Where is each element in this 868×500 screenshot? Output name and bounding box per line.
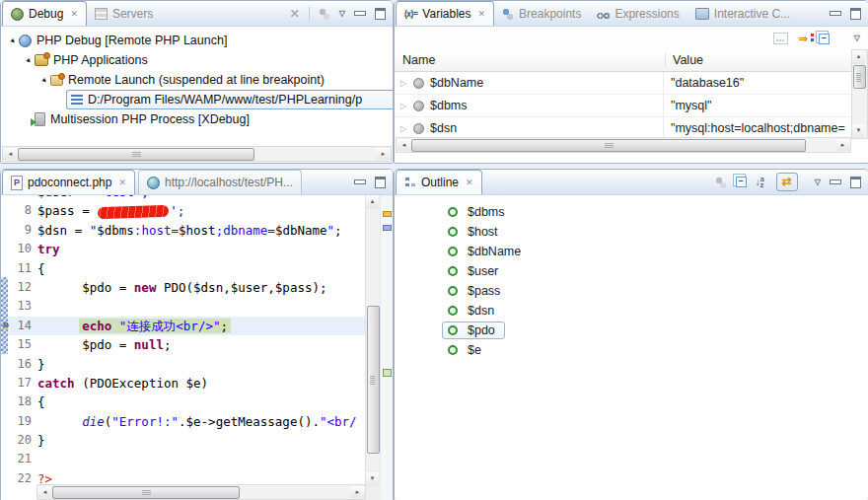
outline-item[interactable]: $pass	[395, 281, 868, 301]
editor-body[interactable]: 7$user = 'test';8$pass = ';9$dsn = "$dbm…	[1, 195, 393, 500]
editor-hscroll-thumb[interactable]	[52, 486, 240, 499]
close-tab-icon[interactable]: ✕	[478, 9, 486, 19]
focus-icon[interactable]	[715, 177, 727, 188]
overview-mark-annotation[interactable]	[383, 225, 392, 231]
scroll-up-icon[interactable]: ▲	[852, 50, 865, 64]
expanded-arrow-icon[interactable]: ▼	[6, 34, 19, 46]
expanded-arrow-icon[interactable]: ▼	[37, 73, 50, 86]
column-value[interactable]: Value	[666, 53, 853, 67]
collapsed-arrow-icon[interactable]: ▷	[400, 124, 413, 133]
tab-outline[interactable]: Outline ✕	[396, 170, 482, 194]
code-line[interactable]: 20}	[1, 431, 366, 450]
code-line[interactable]: 9$dsn = "$dbms:host=$host;dbname=$dbName…	[1, 221, 366, 240]
tab-variables[interactable]: (x)= Variables ✕	[396, 1, 494, 26]
debug-hscroll-thumb[interactable]	[18, 148, 254, 161]
code-line[interactable]: 8$pass = ';	[1, 201, 366, 220]
minimize-icon[interactable]	[354, 11, 366, 16]
sort-icon[interactable]: ↓ az	[756, 177, 767, 188]
scroll-up-icon[interactable]: ▲	[366, 195, 379, 209]
show-logical-structure-icon[interactable]: ⇒	[799, 33, 808, 45]
variables-hscrollbar[interactable]: ◄ ►	[396, 137, 851, 153]
variable-row[interactable]: ▷$dbName"database16"	[395, 72, 853, 95]
code-line[interactable]: 13	[1, 297, 366, 316]
maximize-icon[interactable]	[850, 177, 861, 188]
minimize-icon[interactable]	[830, 179, 841, 184]
maximize-icon[interactable]	[375, 8, 386, 20]
debug-tree-item[interactable]: ▼Remote Launch (suspended at line breakp…	[1, 70, 393, 90]
outline-item[interactable]: $dbms	[395, 202, 868, 222]
code-line[interactable]: 10try	[1, 240, 366, 258]
maximize-icon[interactable]	[375, 177, 386, 188]
code-line[interactable]: 18{	[1, 393, 366, 411]
collapse-all-icon[interactable]: −	[736, 177, 747, 187]
code-line[interactable]: 11{	[1, 259, 366, 278]
overview-mark-occurrence[interactable]	[383, 211, 392, 217]
code-line[interactable]: 15 $pdo = null;	[1, 335, 366, 354]
tab-expressions[interactable]: Expressions	[589, 1, 687, 26]
tab-browser[interactable]: http://localhost/test/PH...	[138, 170, 302, 194]
horizontal-sash[interactable]	[0, 162, 868, 169]
vertical-sash[interactable]	[392, 0, 395, 500]
remove-terminated-icon[interactable]: ✕	[290, 8, 300, 20]
collapse-all-icon[interactable]: −	[819, 34, 830, 44]
code-line[interactable]: 12 $pdo = new PDO($dsn,$user,$pass);	[1, 278, 366, 297]
close-tab-icon[interactable]: ✕	[118, 178, 126, 187]
debug-tree-item[interactable]: ▼PHP Debug [Remote PHP Launch]	[1, 31, 393, 50]
link-with-editor-icon[interactable]: ⇄	[776, 173, 798, 191]
scroll-left-icon[interactable]: ◄	[397, 139, 411, 151]
debug-filter-icon[interactable]	[319, 8, 330, 20]
view-menu-icon[interactable]: ▽	[815, 177, 821, 188]
code-line[interactable]: 17catch (PDOException $e)	[1, 374, 366, 393]
overview-mark-current-line[interactable]	[383, 369, 392, 377]
scroll-right-icon[interactable]: ►	[350, 486, 365, 498]
variables-hscroll-thumb[interactable]	[411, 139, 806, 152]
scroll-left-icon[interactable]: ◄	[3, 148, 18, 160]
scroll-right-icon[interactable]: ►	[376, 148, 391, 160]
outline-item[interactable]: $user	[395, 261, 868, 281]
minimize-icon[interactable]	[830, 11, 841, 16]
editor-vscroll-thumb[interactable]	[367, 306, 380, 454]
code-token: null	[134, 337, 164, 352]
maximize-icon[interactable]	[850, 8, 861, 20]
view-menu-icon[interactable]: ▽	[854, 33, 860, 44]
code-viewport[interactable]: 7$user = 'test';8$pass = ';9$dsn = "$dbm…	[1, 195, 366, 486]
outline-item[interactable]: $host	[395, 222, 868, 242]
code-line[interactable]: 14 echo "连接成功<br/>";	[1, 317, 366, 335]
variables-vscroll-thumb[interactable]	[853, 65, 866, 89]
tab-pdoconnect[interactable]: P pdoconnect.php ✕	[2, 170, 135, 194]
outline-item[interactable]: $dbName	[395, 242, 868, 261]
close-tab-icon[interactable]: ✕	[466, 178, 473, 187]
tab-breakpoints[interactable]: Breakpoints	[494, 1, 589, 26]
show-type-names-icon[interactable]	[773, 33, 788, 44]
column-name[interactable]: Name	[395, 53, 666, 67]
code-line[interactable]: 16}	[1, 355, 366, 374]
scroll-left-icon[interactable]: ◄	[37, 486, 52, 498]
tab-interactive-console[interactable]: Interactive C...	[687, 1, 798, 26]
editor-vscrollbar[interactable]: ▲ ▼	[365, 195, 381, 486]
tab-servers[interactable]: Servers	[87, 1, 161, 26]
scroll-down-icon[interactable]: ▼	[366, 472, 379, 486]
variable-row[interactable]: ▷$dbms"mysql"	[395, 95, 853, 117]
collapsed-arrow-icon[interactable]: ▷	[400, 102, 413, 110]
view-menu-icon[interactable]: ▽	[339, 8, 345, 20]
code-token: catch	[37, 376, 75, 391]
debug-tree-item[interactable]: Multisession PHP Process [XDebug]	[1, 109, 393, 129]
variables-vscrollbar[interactable]: ▲ ▼	[851, 49, 868, 139]
expanded-arrow-icon[interactable]: ▼	[22, 53, 35, 66]
debug-tree-item[interactable]: ▼PHP Applications	[1, 50, 393, 70]
outline-item[interactable]: $dsn	[395, 301, 868, 321]
outline-selected-item[interactable]: $pdo	[442, 321, 505, 339]
debug-hscrollbar[interactable]: ◄ ►	[2, 146, 392, 162]
code-line[interactable]: 19 die("Error!:".$e->getMeassage()."<br/	[1, 412, 366, 431]
outline-item[interactable]: $pdo	[395, 321, 868, 340]
close-tab-icon[interactable]: ✕	[70, 9, 78, 19]
tab-debug[interactable]: Debug ✕	[2, 1, 87, 26]
scroll-right-icon[interactable]: ►	[835, 139, 850, 151]
outline-item[interactable]: $e	[395, 340, 868, 360]
debug-tree-item[interactable]: D:/Program Files/WAMP/www/test/PHPLearni…	[66, 90, 393, 109]
scroll-down-icon[interactable]: ▼	[852, 124, 865, 138]
code-line[interactable]: 21	[1, 450, 366, 468]
collapsed-arrow-icon[interactable]: ▷	[400, 79, 413, 88]
editor-hscrollbar[interactable]: ◄ ►	[36, 484, 366, 500]
minimize-icon[interactable]	[354, 179, 366, 184]
